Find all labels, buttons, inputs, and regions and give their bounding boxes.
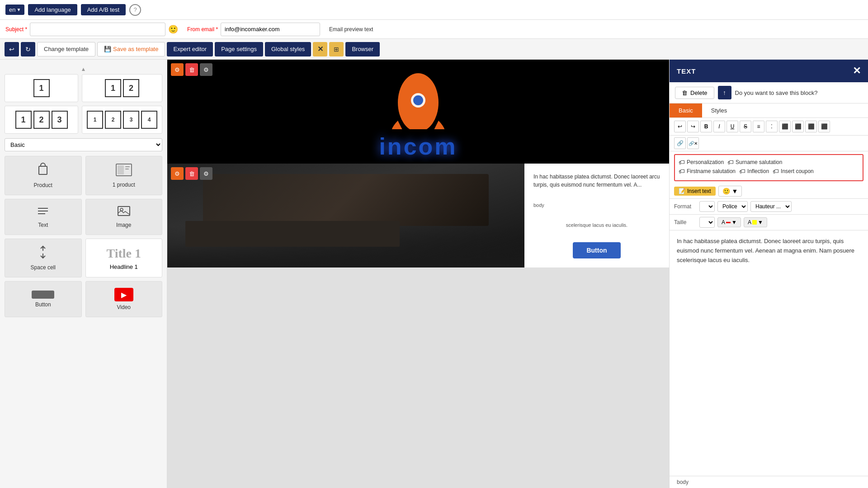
align-left-btn[interactable]: ⬛	[779, 121, 791, 132]
link-btn[interactable]: 🔗	[674, 137, 686, 149]
component-button[interactable]: Button	[5, 281, 82, 317]
component-headline[interactable]: Title 1 Headline 1	[85, 239, 163, 277]
align-right-btn[interactable]: ⬛	[805, 121, 817, 132]
component-space-cell[interactable]: Space cell	[5, 239, 82, 277]
close-x-button[interactable]: ✕	[313, 42, 327, 56]
global-styles-button[interactable]: Global styles	[265, 42, 311, 56]
block-1-controls: ⚙ 🗑 ⚙	[171, 63, 212, 76]
delete-block-button[interactable]: 🗑 Delete	[675, 87, 714, 99]
bg-color-button[interactable]: A ▼	[744, 217, 767, 227]
firstname-label: Firstname salutation	[687, 168, 736, 174]
help-button[interactable]: ?	[129, 4, 141, 16]
add-ab-test-button[interactable]: Add A/B test	[81, 4, 126, 15]
component-product[interactable]: Product	[5, 156, 82, 195]
tab-basic[interactable]: Basic	[670, 103, 702, 117]
taille-select[interactable]	[699, 217, 715, 228]
image-label: Image	[116, 222, 131, 228]
undo-ed-btn[interactable]: ↩	[674, 121, 686, 132]
justify-btn[interactable]: ⬛	[818, 121, 830, 132]
emoji-icon[interactable]: 🙂	[168, 24, 178, 34]
canvas-button[interactable]: Button	[573, 242, 620, 258]
lorem-content-2: scelerisque lacus eu iaculis.	[566, 221, 627, 229]
toolbar: ↩ ↻ Change template 💾 Save as template E…	[0, 39, 868, 60]
block-1-delete-btn[interactable]: 🗑	[185, 63, 198, 76]
component-grid: Product 1 product Text	[5, 156, 162, 317]
editor-textarea[interactable]	[670, 230, 868, 476]
bold-btn[interactable]: B	[700, 121, 712, 132]
layout-3col[interactable]: 1 2 3	[5, 106, 78, 134]
layout-2col[interactable]: 1 2	[82, 74, 162, 102]
from-email-input[interactable]	[221, 23, 320, 36]
text-label: Text	[38, 222, 48, 228]
move-up-button[interactable]: ↑	[718, 86, 731, 99]
font-color-button[interactable]: A ▼	[717, 217, 741, 227]
component-filter-select[interactable]: Basic Advanced	[5, 138, 162, 151]
hauteur-select[interactable]: Hauteur ...	[750, 201, 792, 212]
block-2-settings-btn[interactable]: ⚙	[200, 167, 212, 180]
unordered-list-btn[interactable]: ⁚	[766, 121, 778, 132]
insert-text-button[interactable]: 📝 Insert text	[674, 187, 716, 196]
insert-coupon-item[interactable]: 🏷 Insert coupon	[773, 168, 814, 175]
top-bar: en ▼ Add language Add A/B test ?	[0, 0, 868, 20]
smiley-picker-button[interactable]: 🙂 ▼	[718, 186, 742, 197]
firstname-salutation-item[interactable]: 🏷 Firstname salutation	[679, 168, 736, 175]
component-1product[interactable]: 1 product	[85, 156, 163, 195]
space-cell-icon	[36, 245, 50, 262]
surname-salutation-icon: 🏷	[727, 159, 734, 166]
block-2-move-btn[interactable]: ⚙	[171, 167, 184, 180]
coupon-label: Insert coupon	[781, 168, 814, 174]
change-template-button[interactable]: Change template	[37, 42, 95, 56]
format-select[interactable]	[699, 201, 715, 212]
grid-button[interactable]: ⊞	[329, 42, 344, 56]
block-1-settings-btn[interactable]: ⚙	[200, 63, 212, 76]
save-block-text: Do you want to save this block?	[735, 89, 818, 96]
panel-actions: 🗑 Delete ↑ Do you want to save this bloc…	[670, 82, 868, 103]
canvas-block-2: ⚙ 🗑 ⚙ In hac habitasse platea dictumst.	[167, 164, 669, 267]
format-label: Format	[674, 203, 697, 210]
product-icon	[36, 163, 50, 179]
redo-ed-btn[interactable]: ↪	[687, 121, 699, 132]
italic-btn[interactable]: I	[713, 121, 725, 132]
subject-bar: Subject * 🙂 From email * Email preview t…	[0, 20, 868, 39]
component-image[interactable]: Image	[85, 199, 163, 235]
component-text[interactable]: Text	[5, 199, 82, 235]
inflection-label: Inflection	[747, 168, 769, 174]
tab-styles[interactable]: Styles	[702, 103, 736, 117]
block-2-delete-btn[interactable]: 🗑	[185, 167, 198, 180]
editor-toolbar-row2: 🔗 🔗✕	[670, 136, 868, 151]
block-1-move-btn[interactable]: ⚙	[171, 63, 184, 76]
language-button[interactable]: en ▼	[5, 5, 24, 15]
browser-button[interactable]: Browser	[345, 42, 380, 56]
canvas-area: ⚙ 🗑 ⚙	[167, 60, 669, 488]
logo-banner: incom	[167, 60, 669, 164]
inflection-item[interactable]: 🏷 Inflection	[739, 168, 769, 175]
expert-editor-button[interactable]: Expert editor	[167, 42, 213, 56]
component-video[interactable]: ▶ Video	[85, 281, 163, 317]
right-panel: TEXT ✕ 🗑 Delete ↑ Do you want to save th…	[669, 60, 868, 488]
insert-text-icon: 📝	[679, 188, 685, 194]
panel-close-button[interactable]: ✕	[853, 65, 861, 77]
subject-input[interactable]	[30, 23, 165, 36]
police-select[interactable]: Police	[717, 201, 748, 212]
layout-1col[interactable]: 1	[5, 74, 78, 102]
button-comp-label: Button	[35, 301, 51, 308]
underline-btn[interactable]: U	[726, 121, 738, 132]
align-center-btn[interactable]: ⬛	[792, 121, 804, 132]
strikethrough-btn[interactable]: S	[740, 121, 751, 132]
save-as-template-button[interactable]: 💾 Save as template	[97, 42, 165, 56]
add-language-button[interactable]: Add language	[28, 4, 77, 15]
layout-4col[interactable]: 1 2 3 4	[82, 106, 162, 134]
surname-salutation-item[interactable]: 🏷 Surname salutation	[727, 159, 782, 166]
ordered-list-btn[interactable]: ≡	[753, 121, 764, 132]
headline-label: Headline 1	[110, 263, 138, 270]
1product-icon	[116, 164, 132, 179]
unlink-btn[interactable]: 🔗✕	[687, 137, 699, 149]
taille-row: Taille A ▼ A ▼	[670, 215, 868, 230]
firstname-icon: 🏷	[679, 168, 685, 175]
personalization-item[interactable]: 🏷 Personalization	[679, 159, 724, 166]
two-col-block: In hac habitasse platea dictumst. Donec …	[167, 164, 669, 267]
page-settings-button[interactable]: Page settings	[215, 42, 263, 56]
redo-button[interactable]: ↻	[21, 42, 35, 56]
scroll-up-arrow[interactable]: ▲	[5, 64, 162, 74]
undo-button[interactable]: ↩	[5, 42, 19, 56]
